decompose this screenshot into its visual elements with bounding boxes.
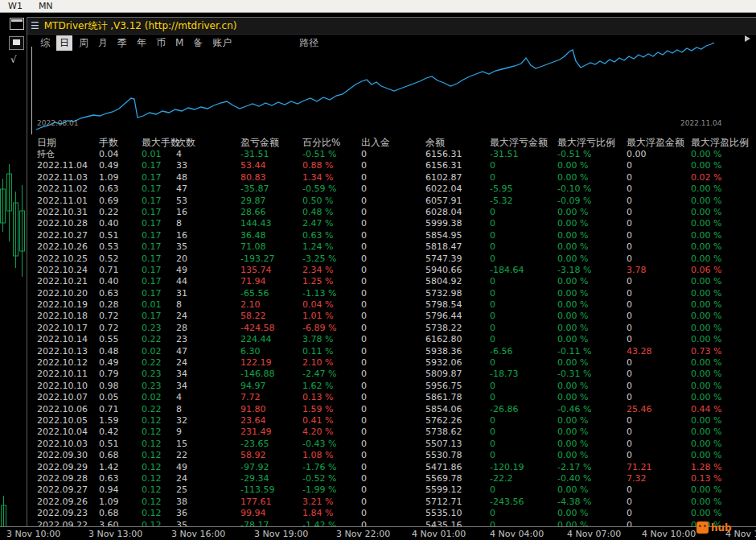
table-cell: 0.00 % bbox=[557, 218, 627, 229]
tab-备[interactable]: 备 bbox=[190, 35, 206, 51]
table-cell: 0 bbox=[361, 484, 425, 496]
table-cell: 0.12 bbox=[142, 462, 176, 473]
indicator-icon[interactable] bbox=[9, 36, 24, 50]
table-cell: 0 bbox=[361, 276, 425, 287]
table-cell: 0.00 % bbox=[691, 276, 756, 287]
time-axis-label: 4 Nov 01:00 bbox=[412, 529, 466, 539]
table-cell: 0 bbox=[361, 172, 425, 183]
table-cell: 48 bbox=[176, 172, 240, 183]
table-cell: 6156.31 bbox=[425, 149, 490, 160]
table-cell: 0 bbox=[627, 357, 691, 369]
table-cell: 0.53 bbox=[99, 241, 142, 253]
table-cell: 53.44 bbox=[240, 160, 302, 171]
table-cell: 0.55 bbox=[99, 334, 142, 345]
table-cell: 6022.04 bbox=[425, 183, 490, 195]
table-cell: 2022.10.10 bbox=[37, 381, 99, 392]
menu-icon[interactable]: ☰ bbox=[31, 20, 39, 31]
table-cell: 28.66 bbox=[240, 207, 302, 218]
table-cell: 0 bbox=[361, 462, 425, 473]
table-cell: 0.17 bbox=[142, 172, 176, 183]
table-cell: 0.51 bbox=[99, 230, 142, 241]
table-cell: 0 bbox=[361, 288, 425, 299]
table-cell: 5507.13 bbox=[425, 439, 490, 450]
table-cell: 0.00 % bbox=[691, 381, 756, 392]
table-cell: 0.00 % bbox=[557, 207, 627, 218]
table-cell: -5.32 bbox=[490, 196, 557, 207]
tab-币[interactable]: 币 bbox=[153, 35, 169, 51]
tab-日[interactable]: 日 bbox=[56, 35, 72, 51]
table-cell: 0.12 bbox=[142, 415, 176, 427]
table-cell: 0.79 bbox=[99, 369, 142, 380]
table-cell: 0.49 bbox=[99, 357, 142, 369]
tab-月[interactable]: 月 bbox=[95, 35, 111, 51]
table-cell: 2022.10.21 bbox=[37, 276, 99, 287]
table-header-cell: 百分比% bbox=[302, 136, 361, 149]
table-row: 2022.11.040.490.173353.440.88 %06156.310… bbox=[27, 160, 756, 171]
check-icon[interactable]: √ bbox=[10, 55, 17, 64]
tab-M[interactable]: M bbox=[172, 36, 187, 49]
table-cell: 80.83 bbox=[240, 172, 302, 183]
table-row: 2022.10.280.400.178144.432.47 %05999.380… bbox=[27, 218, 756, 229]
table-cell: 0 bbox=[490, 357, 557, 369]
table-cell: 71.21 bbox=[627, 462, 691, 473]
period-button-w1[interactable]: W1 bbox=[0, 0, 31, 12]
table-cell: 0 bbox=[490, 276, 557, 287]
table-cell: 5854.95 bbox=[425, 230, 490, 241]
table-cell: 0.17 bbox=[142, 160, 176, 171]
period-button-mn[interactable]: MN bbox=[31, 0, 61, 12]
tab-周[interactable]: 周 bbox=[76, 35, 92, 51]
tab-综[interactable]: 综 bbox=[37, 35, 53, 51]
table-cell: 0 bbox=[361, 196, 425, 207]
table-cell: 71.08 bbox=[240, 241, 302, 253]
table-cell: -0.40 % bbox=[557, 473, 627, 484]
table-cell: 144.43 bbox=[240, 218, 302, 229]
table-cell: 0 bbox=[627, 508, 691, 519]
table-cell: 0.22 bbox=[142, 404, 176, 415]
table-cell: 0 bbox=[627, 520, 691, 527]
table-row: 2022.09.280.630.1224-29.34-0.52 %05569.7… bbox=[27, 473, 756, 484]
table-cell: 7.72 bbox=[240, 392, 302, 403]
table-cell: 1.84 % bbox=[302, 508, 361, 519]
table-cell: 0 bbox=[490, 439, 557, 450]
table-cell: -29.34 bbox=[240, 473, 302, 484]
table-cell: 5932.06 bbox=[425, 357, 490, 369]
table-cell: 0.98 bbox=[99, 381, 142, 392]
table-cell: 16 bbox=[176, 230, 240, 241]
table-cell: 0.05 bbox=[99, 392, 142, 403]
table-cell: 0.48 bbox=[99, 346, 142, 357]
table-cell: -31.51 bbox=[240, 149, 302, 160]
restore-window-icon[interactable] bbox=[10, 18, 24, 30]
table-cell: 0 bbox=[490, 334, 557, 345]
table-cell: 58.92 bbox=[240, 450, 302, 461]
table-cell: 0.73 % bbox=[691, 346, 756, 357]
table-cell: -0.09 % bbox=[557, 196, 627, 207]
table-cell: 43.28 bbox=[627, 346, 691, 357]
table-cell: 3.78 % bbox=[302, 334, 361, 345]
table-cell: 0 bbox=[361, 160, 425, 171]
tab-季[interactable]: 季 bbox=[114, 35, 130, 51]
table-cell: 28 bbox=[176, 323, 240, 334]
table-cell: 0 bbox=[490, 450, 557, 461]
table-cell: 24 bbox=[176, 357, 240, 369]
table-cell: -4.38 % bbox=[557, 497, 627, 508]
table-cell: 0 bbox=[627, 439, 691, 450]
table-cell: 23.64 bbox=[240, 415, 302, 427]
table-row: 2022.10.060.710.22891.801.59 %05854.06-2… bbox=[27, 404, 756, 415]
candlestick bbox=[14, 203, 18, 256]
table-cell: 6.30 bbox=[240, 346, 302, 357]
table-header-cell: 最大浮亏比例 bbox=[557, 136, 627, 149]
table-cell: 24 bbox=[176, 311, 240, 322]
tab-年[interactable]: 年 bbox=[134, 35, 150, 51]
table-cell: 0 bbox=[490, 508, 557, 519]
table-cell: 0.00 % bbox=[691, 439, 756, 450]
table-cell: 5798.54 bbox=[425, 299, 490, 311]
path-button[interactable]: 路径 bbox=[296, 35, 322, 51]
table-cell: 0 bbox=[361, 218, 425, 229]
table-cell: -0.51 % bbox=[302, 149, 361, 160]
tab-账户[interactable]: 账户 bbox=[209, 35, 235, 51]
table-cell: 0.49 bbox=[99, 160, 142, 171]
table-cell: 0.00 % bbox=[557, 311, 627, 322]
table-cell: 1.59 bbox=[99, 415, 142, 427]
table-row: 2022.10.070.050.0247.720.13 %05861.7800.… bbox=[27, 392, 756, 403]
table-cell: 0.00 % bbox=[557, 508, 627, 519]
